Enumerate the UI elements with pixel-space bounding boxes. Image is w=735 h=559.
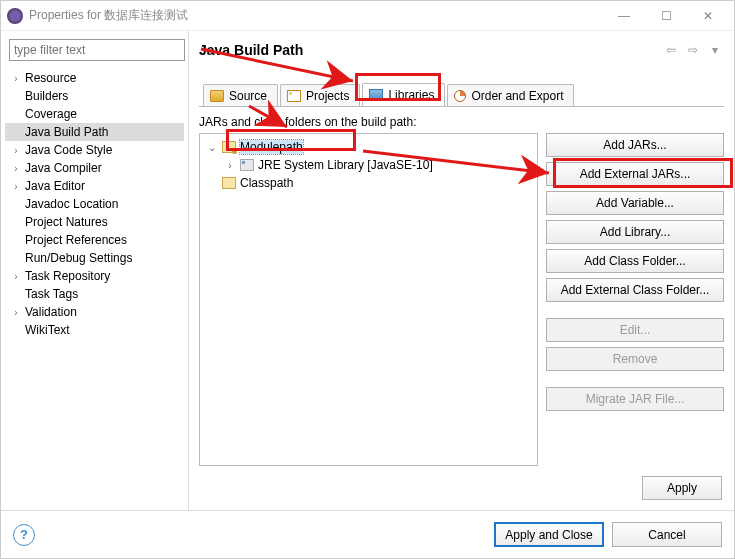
classpath-icon xyxy=(222,177,236,189)
sidebar-item-wikitext[interactable]: WikiText xyxy=(5,321,184,339)
sidebar-item-label: Javadoc Location xyxy=(25,197,118,211)
chevron-down-icon[interactable]: ⌄ xyxy=(206,142,218,153)
caret-placeholder xyxy=(11,235,21,245)
sidebar-item-java-code-style[interactable]: ›Java Code Style xyxy=(5,141,184,159)
sidebar-item-coverage[interactable]: Coverage xyxy=(5,105,184,123)
edit-button: Edit... xyxy=(546,318,724,342)
chevron-right-icon[interactable]: › xyxy=(11,145,21,155)
source-folder-icon xyxy=(210,90,224,102)
sidebar-item-label: Task Tags xyxy=(25,287,78,301)
libraries-tree[interactable]: ⌄ Modulepath › JRE System Library [JavaS… xyxy=(199,133,538,466)
tab-source[interactable]: Source xyxy=(203,84,278,106)
projects-icon xyxy=(287,90,301,102)
sidebar-item-javadoc-location[interactable]: Javadoc Location xyxy=(5,195,184,213)
libraries-subtitle: JARs and class folders on the build path… xyxy=(199,115,724,129)
tab-projects[interactable]: Projects xyxy=(280,84,360,106)
sidebar: ›ResourceBuildersCoverageJava Build Path… xyxy=(1,31,189,510)
tree-node-label: Classpath xyxy=(240,176,293,190)
tree-node-label: Modulepath xyxy=(240,140,303,154)
caret-placeholder xyxy=(11,127,21,137)
eclipse-icon xyxy=(7,8,23,24)
caret-placeholder xyxy=(11,199,21,209)
caret-placeholder xyxy=(11,289,21,299)
tab-label: Libraries xyxy=(388,88,434,102)
sidebar-item-label: Project References xyxy=(25,233,127,247)
sidebar-item-java-build-path[interactable]: Java Build Path xyxy=(5,123,184,141)
sidebar-item-task-repository[interactable]: ›Task Repository xyxy=(5,267,184,285)
library-icon xyxy=(240,159,254,171)
add-library-button[interactable]: Add Library... xyxy=(546,220,724,244)
sidebar-item-project-natures[interactable]: Project Natures xyxy=(5,213,184,231)
back-icon[interactable]: ⇦ xyxy=(662,41,680,59)
sidebar-item-project-references[interactable]: Project References xyxy=(5,231,184,249)
sidebar-item-builders[interactable]: Builders xyxy=(5,87,184,105)
title-bar: Properties for 数据库连接测试 — ☐ ✕ xyxy=(1,1,734,31)
button-column: Add JARs... Add External JARs... Add Var… xyxy=(546,133,724,466)
tree-node-jre[interactable]: › JRE System Library [JavaSE-10] xyxy=(202,156,535,174)
sidebar-item-label: Java Code Style xyxy=(25,143,112,157)
chevron-right-icon[interactable]: › xyxy=(11,181,21,191)
sidebar-item-label: Validation xyxy=(25,305,77,319)
migrate-jar-button: Migrate JAR File... xyxy=(546,387,724,411)
tab-label: Projects xyxy=(306,89,349,103)
cancel-button[interactable]: Cancel xyxy=(612,522,722,547)
caret-placeholder xyxy=(11,325,21,335)
chevron-right-icon[interactable]: › xyxy=(11,307,21,317)
close-button[interactable]: ✕ xyxy=(688,2,728,30)
modulepath-icon xyxy=(222,141,236,153)
add-jars-button[interactable]: Add JARs... xyxy=(546,133,724,157)
chevron-right-icon[interactable]: › xyxy=(11,73,21,83)
sidebar-tree[interactable]: ›ResourceBuildersCoverageJava Build Path… xyxy=(5,69,184,504)
sidebar-item-task-tags[interactable]: Task Tags xyxy=(5,285,184,303)
remove-button: Remove xyxy=(546,347,724,371)
sidebar-item-label: Java Editor xyxy=(25,179,85,193)
minimize-button[interactable]: — xyxy=(604,2,644,30)
chevron-right-icon[interactable]: › xyxy=(11,163,21,173)
tree-node-modulepath[interactable]: ⌄ Modulepath xyxy=(202,138,535,156)
caret-placeholder xyxy=(11,91,21,101)
dialog-footer: ? Apply and Close Cancel xyxy=(1,510,734,558)
maximize-button[interactable]: ☐ xyxy=(646,2,686,30)
sidebar-item-label: Project Natures xyxy=(25,215,108,229)
sidebar-item-validation[interactable]: ›Validation xyxy=(5,303,184,321)
sidebar-item-java-editor[interactable]: ›Java Editor xyxy=(5,177,184,195)
sidebar-item-resource[interactable]: ›Resource xyxy=(5,69,184,87)
sidebar-item-run-debug-settings[interactable]: Run/Debug Settings xyxy=(5,249,184,267)
sidebar-item-label: Coverage xyxy=(25,107,77,121)
chevron-right-icon[interactable]: › xyxy=(11,271,21,281)
add-variable-button[interactable]: Add Variable... xyxy=(546,191,724,215)
add-external-jars-button[interactable]: Add External JARs... xyxy=(546,162,724,186)
sidebar-item-label: Java Compiler xyxy=(25,161,102,175)
order-export-icon xyxy=(454,90,466,102)
window-title: Properties for 数据库连接测试 xyxy=(29,7,602,24)
help-icon[interactable]: ? xyxy=(13,524,35,546)
caret-placeholder xyxy=(11,253,21,263)
sidebar-item-label: Java Build Path xyxy=(25,125,108,139)
sidebar-item-label: Builders xyxy=(25,89,68,103)
page-title: Java Build Path xyxy=(199,42,662,58)
forward-icon[interactable]: ⇨ xyxy=(684,41,702,59)
add-class-folder-button[interactable]: Add Class Folder... xyxy=(546,249,724,273)
apply-button[interactable]: Apply xyxy=(642,476,722,500)
tab-order-export[interactable]: Order and Export xyxy=(447,84,574,106)
libraries-icon xyxy=(369,89,383,101)
caret-placeholder xyxy=(11,109,21,119)
tree-node-label: JRE System Library [JavaSE-10] xyxy=(258,158,433,172)
sidebar-item-label: Run/Debug Settings xyxy=(25,251,132,265)
dropdown-icon[interactable]: ▾ xyxy=(706,41,724,59)
chevron-right-icon[interactable]: › xyxy=(224,160,236,171)
main-panel: Java Build Path ⇦ ⇨ ▾ Source Projects Li… xyxy=(189,31,734,510)
caret-placeholder xyxy=(11,217,21,227)
filter-input[interactable] xyxy=(9,39,185,61)
sidebar-item-label: WikiText xyxy=(25,323,70,337)
add-external-class-folder-button[interactable]: Add External Class Folder... xyxy=(546,278,724,302)
tree-node-classpath[interactable]: Classpath xyxy=(202,174,535,192)
tab-libraries[interactable]: Libraries xyxy=(362,83,445,106)
tab-bar: Source Projects Libraries Order and Expo… xyxy=(199,83,724,107)
tab-label: Source xyxy=(229,89,267,103)
tab-label: Order and Export xyxy=(471,89,563,103)
sidebar-item-label: Resource xyxy=(25,71,76,85)
sidebar-item-java-compiler[interactable]: ›Java Compiler xyxy=(5,159,184,177)
apply-and-close-button[interactable]: Apply and Close xyxy=(494,522,604,547)
sidebar-item-label: Task Repository xyxy=(25,269,110,283)
